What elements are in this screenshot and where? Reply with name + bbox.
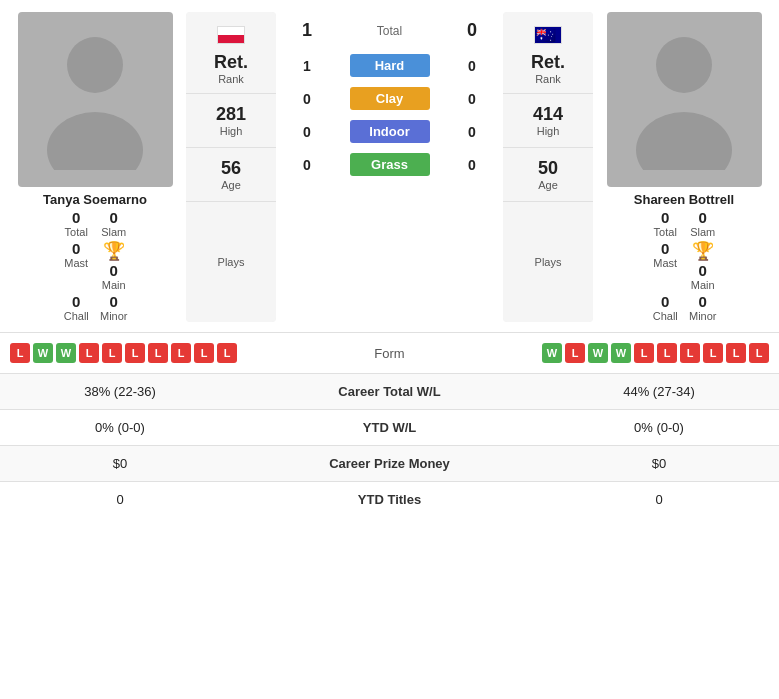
- form-badge-l: L: [217, 343, 237, 363]
- form-badge-l: L: [10, 343, 30, 363]
- right-high-value: 414: [509, 104, 587, 125]
- career-stats-table: 38% (22-36) Career Total W/L 44% (27-34)…: [0, 373, 779, 517]
- left-slam-cell: 0 Slam: [100, 209, 128, 238]
- right-rank-label: Rank: [535, 73, 561, 85]
- form-badge-l: L: [194, 343, 214, 363]
- left-form-badges: LWWLLLLLLL: [10, 343, 237, 363]
- form-badge-w: W: [611, 343, 631, 363]
- left-minor-value: 0: [110, 293, 118, 310]
- surface-rows: 1 Hard 0 0 Clay 0 0 Indoor 0 0 Grass 0: [282, 49, 497, 181]
- right-age-label: Age: [509, 179, 587, 191]
- left-main-label: Main: [102, 279, 126, 291]
- right-mast-label: Mast: [653, 257, 677, 269]
- left-player-name: Tanya Soemarno: [43, 192, 147, 207]
- form-badge-l: L: [79, 343, 99, 363]
- right-minor-cell: 0 Minor: [689, 293, 717, 322]
- right-high-block: 414 High: [503, 93, 593, 147]
- right-player-name: Shareen Bottrell: [634, 192, 734, 207]
- left-flag: [217, 26, 245, 44]
- form-badge-l: L: [565, 343, 585, 363]
- left-player-avatar: [18, 12, 173, 187]
- right-age-value: 50: [509, 158, 587, 179]
- right-flag: [534, 26, 562, 44]
- right-trophy-icon: 🏆: [692, 240, 714, 262]
- form-badge-w: W: [542, 343, 562, 363]
- career-left-1: 0% (0-0): [0, 410, 240, 446]
- right-player-card: Shareen Bottrell 0 Total 0 Slam 0 Mast 🏆…: [599, 12, 769, 322]
- right-minor-value: 0: [699, 293, 707, 310]
- svg-point-1: [47, 112, 143, 170]
- form-label: Form: [350, 346, 430, 361]
- left-age-block: 56 Age: [186, 147, 276, 201]
- left-rank-value: Ret.: [214, 52, 248, 73]
- svg-point-3: [636, 112, 732, 170]
- form-section: LWWLLLLLLL Form WLWWLLLLLL: [0, 332, 779, 373]
- surface-row-clay: 0 Clay 0: [282, 82, 497, 115]
- main-container: Tanya Soemarno 0 Total 0 Slam 0 Mast 🏆 0: [0, 0, 779, 517]
- right-age-block: 50 Age: [503, 147, 593, 201]
- right-main-value: 0: [699, 262, 707, 279]
- left-plays-block: Plays: [186, 201, 276, 322]
- form-badge-l: L: [703, 343, 723, 363]
- left-indoor-score: 0: [292, 124, 322, 140]
- left-hard-score: 1: [292, 58, 322, 74]
- right-mid-col: Ret. Rank 414 High 50 Age Plays: [503, 12, 593, 322]
- clay-badge: Clay: [350, 87, 430, 110]
- right-player-stats: 0 Total 0 Slam 0 Mast 🏆 0 Main 0: [651, 209, 716, 322]
- left-mast-label: Mast: [64, 257, 88, 269]
- left-chall-value: 0: [72, 293, 80, 310]
- career-label-3: YTD Titles: [240, 482, 539, 518]
- left-grass-score: 0: [292, 157, 322, 173]
- form-badge-w: W: [33, 343, 53, 363]
- form-badge-l: L: [657, 343, 677, 363]
- right-total-value: 0: [661, 209, 669, 226]
- career-stat-row-0: 38% (22-36) Career Total W/L 44% (27-34): [0, 374, 779, 410]
- right-rank-value: Ret.: [531, 52, 565, 73]
- form-badge-l: L: [102, 343, 122, 363]
- left-plays-label: Plays: [218, 256, 245, 268]
- right-main-label: Main: [691, 279, 715, 291]
- career-stat-row-2: $0 Career Prize Money $0: [0, 446, 779, 482]
- surface-row-indoor: 0 Indoor 0: [282, 115, 497, 148]
- right-total-label: Total: [654, 226, 677, 238]
- right-mast-cell: 0 Mast: [651, 240, 679, 291]
- left-mast-cell: 0 Mast: [62, 240, 90, 291]
- top-section: Tanya Soemarno 0 Total 0 Slam 0 Mast 🏆 0: [0, 0, 779, 332]
- left-slam-label: Slam: [101, 226, 126, 238]
- career-left-3: 0: [0, 482, 240, 518]
- grass-badge: Grass: [350, 153, 430, 176]
- left-rank-label: Rank: [218, 73, 244, 85]
- left-minor-label: Minor: [100, 310, 128, 322]
- form-badge-l: L: [634, 343, 654, 363]
- left-trophy-icon: 🏆: [103, 240, 125, 262]
- hard-badge: Hard: [350, 54, 430, 77]
- career-right-0: 44% (27-34): [539, 374, 779, 410]
- left-player-card: Tanya Soemarno 0 Total 0 Slam 0 Mast 🏆 0: [10, 12, 180, 322]
- left-high-label: High: [192, 125, 270, 137]
- left-rank-section: Ret. Rank: [186, 12, 276, 93]
- career-right-3: 0: [539, 482, 779, 518]
- form-badge-l: L: [680, 343, 700, 363]
- career-stat-row-1: 0% (0-0) YTD W/L 0% (0-0): [0, 410, 779, 446]
- left-mid-col: Ret. Rank 281 High 56 Age Plays: [186, 12, 276, 322]
- form-badge-l: L: [726, 343, 746, 363]
- career-label-0: Career Total W/L: [240, 374, 539, 410]
- left-total-value: 0: [72, 209, 80, 226]
- right-clay-score: 0: [457, 91, 487, 107]
- right-mast-value: 0: [661, 240, 669, 257]
- left-age-label: Age: [192, 179, 270, 191]
- left-trophy-cell: 🏆 0 Main: [100, 240, 128, 291]
- surface-row-grass: 0 Grass 0: [282, 148, 497, 181]
- right-chall-value: 0: [661, 293, 669, 310]
- right-plays-block: Plays: [503, 201, 593, 322]
- right-total-cell: 0 Total: [651, 209, 679, 238]
- right-form-badges: WLWWLLLLLL: [542, 343, 769, 363]
- left-chall-label: Chall: [64, 310, 89, 322]
- left-player-stats: 0 Total 0 Slam 0 Mast 🏆 0 Main 0: [62, 209, 127, 322]
- career-left-0: 38% (22-36): [0, 374, 240, 410]
- career-stat-row-3: 0 YTD Titles 0: [0, 482, 779, 518]
- right-player-avatar: [607, 12, 762, 187]
- right-trophy-cell: 🏆 0 Main: [689, 240, 717, 291]
- form-badge-w: W: [56, 343, 76, 363]
- left-total-label: Total: [65, 226, 88, 238]
